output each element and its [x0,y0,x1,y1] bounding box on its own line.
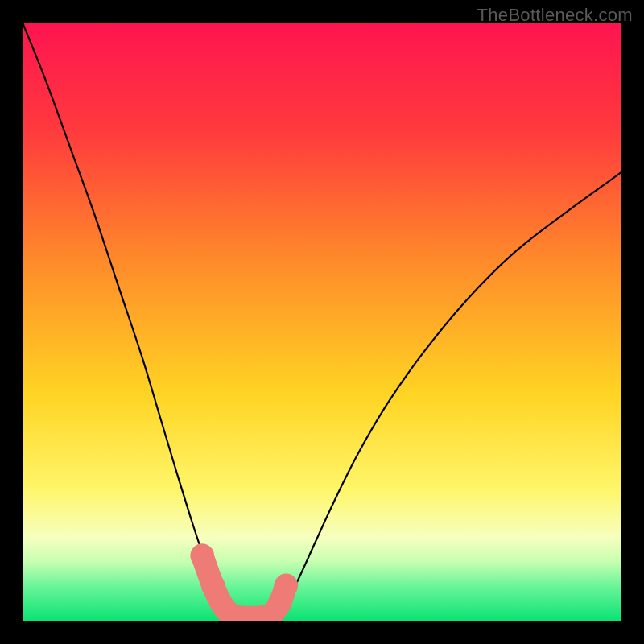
outer-frame: TheBottleneck.com [0,0,644,644]
watermark-text: TheBottleneck.com [477,5,633,26]
bottleneck-chart [23,23,621,621]
plot-area [23,23,621,621]
optimal-zone-dot [275,574,299,598]
gradient-background [23,23,621,621]
optimal-zone-dot [190,543,214,568]
optimal-zone-dot [201,574,225,598]
